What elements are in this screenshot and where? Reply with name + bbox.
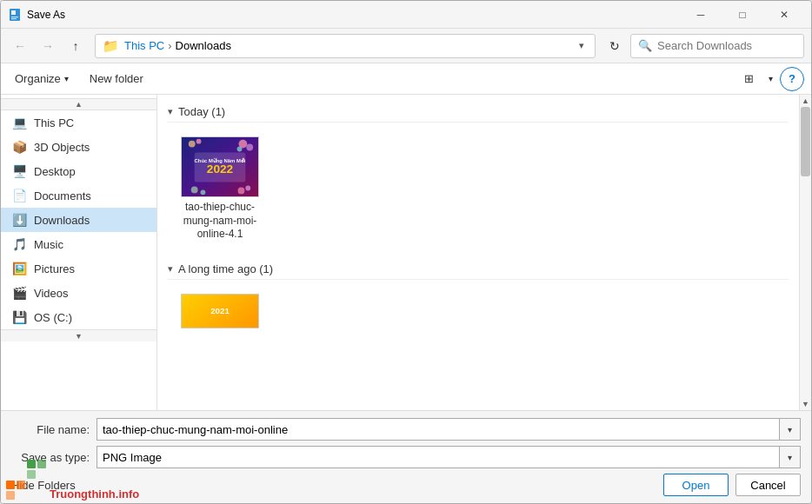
along-time-file-grid: 2021 xyxy=(168,287,789,335)
view-dropdown-button[interactable]: ▾ xyxy=(762,67,778,91)
svg-point-13 xyxy=(191,186,198,193)
breadcrumb-downloads: Downloads xyxy=(176,39,231,52)
svg-point-9 xyxy=(196,139,202,144)
cancel-button[interactable]: Cancel xyxy=(735,474,801,496)
cancel-label: Cancel xyxy=(750,479,785,492)
sidebar-item-pictures[interactable]: 🖼️ Pictures xyxy=(1,256,156,281)
up-button[interactable]: ↑ xyxy=(63,34,88,58)
save-as-type-row: Save as type: ▾ xyxy=(11,446,801,468)
videos-icon: 🎬 xyxy=(11,285,27,301)
sidebar-item-music[interactable]: 🎵 Music xyxy=(1,232,156,256)
close-button[interactable]: ✕ xyxy=(764,1,804,29)
section-today-header[interactable]: ▾ Today (1) xyxy=(168,102,789,123)
save-as-type-wrap: ▾ xyxy=(97,446,801,468)
breadcrumb-sep-1: › xyxy=(168,39,171,52)
view-button[interactable]: ⊞ xyxy=(736,67,761,91)
thumbnail-svg-1: Chúc Mừng Năm Mới 2022 xyxy=(182,136,258,197)
sidebar-item-3d-objects[interactable]: 📦 3D Objects xyxy=(1,135,156,159)
dialog-title: Save As xyxy=(27,9,681,21)
address-dropdown-icon[interactable]: ▾ xyxy=(576,40,588,51)
sidebar-item-videos[interactable]: 🎬 Videos xyxy=(1,281,156,305)
save-as-type-dropdown-button[interactable]: ▾ xyxy=(779,447,800,468)
breadcrumb: 📁 This PC › Downloads xyxy=(103,38,576,54)
file-name-input[interactable] xyxy=(97,423,779,436)
organize-dropdown-icon: ▾ xyxy=(64,74,69,83)
section-today-chevron: ▾ xyxy=(168,106,173,117)
svg-point-8 xyxy=(189,141,196,148)
organize-button[interactable]: Organize ▾ xyxy=(8,69,76,89)
help-icon: ? xyxy=(789,72,795,85)
sidebar-label-music: Music xyxy=(34,238,63,251)
pictures-icon: 🖼️ xyxy=(11,261,27,276)
address-bar[interactable]: 📁 This PC › Downloads ▾ xyxy=(95,34,596,58)
right-scrollbar: ▲ ▼ xyxy=(799,95,811,410)
search-input[interactable] xyxy=(657,39,803,52)
window-controls: ─ □ ✕ xyxy=(681,1,804,29)
organize-label: Organize xyxy=(15,72,61,85)
section-along-time-header[interactable]: ▾ A long time ago (1) xyxy=(168,259,789,280)
back-button[interactable]: ← xyxy=(8,34,32,58)
file-name-label: File name: xyxy=(11,423,90,436)
breadcrumb-this-pc[interactable]: This PC xyxy=(124,39,164,52)
os-c-icon: 💾 xyxy=(11,309,27,325)
music-icon: 🎵 xyxy=(11,236,27,252)
help-button[interactable]: ? xyxy=(780,67,804,91)
svg-rect-3 xyxy=(11,18,17,19)
sidebar-label-3d-objects: 3D Objects xyxy=(34,141,90,154)
bottom-bar: File name: ▾ Save as type: ▾ Hide Folder… xyxy=(1,410,811,503)
svg-point-14 xyxy=(201,189,206,195)
save-as-type-input[interactable] xyxy=(97,451,779,464)
scroll-track[interactable] xyxy=(800,107,811,398)
sidebar: ▲ 💻 This PC 📦 3D Objects 🖥️ Desktop 📄 Do… xyxy=(1,95,157,410)
search-box: 🔍 xyxy=(630,34,804,58)
documents-icon: 📄 xyxy=(11,188,27,203)
scroll-up-arrow[interactable]: ▲ xyxy=(800,95,812,107)
svg-point-6 xyxy=(246,144,253,151)
hide-folders-button[interactable]: Hide Folders xyxy=(11,479,76,492)
file-item-2[interactable]: 2021 xyxy=(168,287,272,335)
refresh-button[interactable]: ↻ xyxy=(602,34,627,58)
sidebar-item-downloads[interactable]: ⬇️ Downloads xyxy=(1,208,156,232)
sidebar-item-this-pc[interactable]: 💻 This PC xyxy=(1,110,156,135)
save-as-type-label: Save as type: xyxy=(11,451,90,464)
main-area: ▲ 💻 This PC 📦 3D Objects 🖥️ Desktop 📄 Do… xyxy=(1,95,811,410)
maximize-button[interactable]: □ xyxy=(722,1,762,29)
file-name-row: File name: ▾ xyxy=(11,418,801,441)
this-pc-icon: 💻 xyxy=(11,115,27,130)
file-name-dropdown-button[interactable]: ▾ xyxy=(779,419,800,440)
nav-folder-icon: 📁 xyxy=(103,38,119,54)
file-thumbnail-1: Chúc Mừng Năm Mới 2022 xyxy=(181,136,259,197)
thumbnail-svg-2: 2021 xyxy=(182,294,258,328)
svg-point-16 xyxy=(245,186,250,191)
minimize-button[interactable]: ─ xyxy=(681,1,721,29)
downloads-icon: ⬇️ xyxy=(11,212,27,228)
save-as-dialog: Save As ─ □ ✕ ← → ↑ 📁 This PC › Download… xyxy=(0,0,812,504)
view-dropdown-icon: ▾ xyxy=(769,74,773,83)
title-bar: Save As ─ □ ✕ xyxy=(1,1,811,29)
content-scroll[interactable]: ▾ Today (1) xyxy=(157,95,799,410)
sidebar-scroll-up[interactable]: ▲ xyxy=(1,98,156,110)
action-row: Hide Folders Open Cancel xyxy=(11,474,801,496)
sidebar-label-desktop: Desktop xyxy=(34,165,76,178)
open-button[interactable]: Open xyxy=(663,474,729,496)
content-area: ▾ Today (1) xyxy=(157,95,799,410)
scroll-down-arrow[interactable]: ▼ xyxy=(800,398,812,410)
sidebar-label-os-c: OS (C:) xyxy=(34,311,72,324)
new-folder-button[interactable]: New folder xyxy=(83,69,150,89)
desktop-icon: 🖥️ xyxy=(11,163,27,179)
sidebar-item-os-c[interactable]: 💾 OS (C:) xyxy=(1,305,156,329)
file-item-1[interactable]: Chúc Mừng Năm Mới 2022 tao-thiep-chuc-mu… xyxy=(168,129,272,249)
section-along-time-chevron: ▾ xyxy=(168,263,173,275)
sidebar-label-documents: Documents xyxy=(34,189,91,202)
svg-rect-1 xyxy=(11,10,16,15)
sidebar-item-documents[interactable]: 📄 Documents xyxy=(1,183,156,208)
file-name-1: tao-thiep-chuc-mung-nam-moi-online-4.1 xyxy=(183,201,257,242)
open-label: Open xyxy=(682,479,710,492)
forward-button[interactable]: → xyxy=(36,34,60,58)
scroll-thumb xyxy=(801,107,810,176)
svg-rect-2 xyxy=(11,17,18,17)
sidebar-scroll-down[interactable]: ▼ xyxy=(1,329,156,342)
sidebar-item-desktop[interactable]: 🖥️ Desktop xyxy=(1,159,156,183)
file-thumbnail-2: 2021 xyxy=(181,294,259,328)
section-today-title: Today (1) xyxy=(178,105,225,118)
